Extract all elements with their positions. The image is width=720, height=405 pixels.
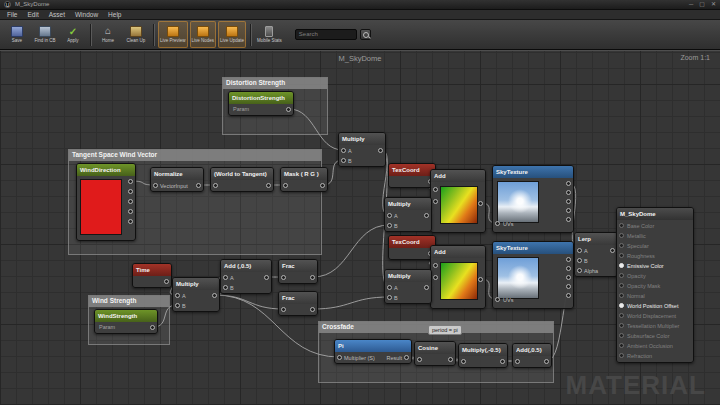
toolbar-live-preview-button[interactable]: Live Preview bbox=[158, 21, 188, 48]
close-button[interactable]: ✕ bbox=[711, 0, 716, 9]
save-icon bbox=[11, 26, 23, 37]
toolbar: SaveFind in CB✓Apply⌂HomeClean UpLive Pr… bbox=[0, 20, 720, 50]
note-period-note[interactable]: period = pi bbox=[428, 325, 462, 335]
live-update-icon bbox=[226, 26, 238, 37]
toolbar-live-nodes-button[interactable]: Live Nodes bbox=[190, 21, 217, 48]
menu-window[interactable]: Window bbox=[70, 10, 103, 20]
toolbar-button-label: Apply bbox=[67, 38, 78, 43]
live-nodes-icon bbox=[197, 26, 209, 37]
menu-edit[interactable]: Edit bbox=[22, 10, 43, 20]
menubar: FileEditAssetWindowHelp bbox=[0, 10, 720, 20]
minimize-button[interactable]: ─ bbox=[689, 0, 693, 9]
toolbar-button-label: Save bbox=[12, 38, 22, 43]
apply-icon: ✓ bbox=[67, 26, 79, 37]
toolbar-button-label: Clean Up bbox=[127, 38, 146, 43]
toolbar-save-button[interactable]: Save bbox=[4, 21, 30, 48]
live-preview-icon bbox=[167, 26, 179, 37]
toolbar-search: Search bbox=[295, 29, 371, 40]
toolbar-separator bbox=[153, 24, 154, 46]
search-input[interactable]: Search bbox=[295, 29, 357, 40]
toolbar-separator bbox=[250, 24, 251, 46]
toolbar-buttons: SaveFind in CB✓Apply⌂HomeClean UpLive Pr… bbox=[3, 21, 285, 48]
unreal-logo-icon: U bbox=[4, 1, 11, 8]
toolbar-find-in-cb-button[interactable]: Find in CB bbox=[32, 21, 58, 48]
toolbar-home-button[interactable]: ⌂Home bbox=[95, 21, 121, 48]
search-icon[interactable] bbox=[360, 29, 371, 40]
toolbar-separator bbox=[90, 24, 91, 46]
menu-help[interactable]: Help bbox=[103, 10, 126, 20]
mobile-stats-icon bbox=[265, 26, 273, 37]
menu-asset[interactable]: Asset bbox=[44, 10, 70, 20]
menu-file[interactable]: File bbox=[2, 10, 22, 20]
toolbar-button-label: Home bbox=[102, 38, 114, 43]
clean-up-icon bbox=[130, 26, 142, 37]
window-title: M_SkyDome bbox=[15, 0, 689, 9]
graph-canvas[interactable]: M_SkyDome Zoom 1:1 Distortion StrengthTa… bbox=[0, 50, 720, 405]
find-in-cb-icon bbox=[39, 26, 51, 37]
toolbar-mobile-stats-button[interactable]: Mobile Stats bbox=[255, 21, 284, 48]
window-controls: ─ ▢ ✕ bbox=[689, 0, 716, 9]
toolbar-button-label: Live Update bbox=[220, 38, 244, 43]
toolbar-apply-button[interactable]: ✓Apply bbox=[60, 21, 86, 48]
toolbar-button-label: Live Preview bbox=[160, 38, 186, 43]
toolbar-clean-up-button[interactable]: Clean Up bbox=[123, 21, 149, 48]
toolbar-button-label: Live Nodes bbox=[192, 38, 215, 43]
material-editor-window: U M_SkyDome ─ ▢ ✕ FileEditAssetWindowHel… bbox=[0, 0, 720, 405]
toolbar-button-label: Find in CB bbox=[34, 38, 55, 43]
maximize-button[interactable]: ▢ bbox=[699, 0, 705, 9]
titlebar: U M_SkyDome ─ ▢ ✕ bbox=[0, 0, 720, 10]
badge-layer: period = pi bbox=[0, 51, 720, 405]
home-icon: ⌂ bbox=[102, 26, 114, 37]
toolbar-live-update-button[interactable]: Live Update bbox=[218, 21, 246, 48]
toolbar-button-label: Mobile Stats bbox=[257, 38, 282, 43]
